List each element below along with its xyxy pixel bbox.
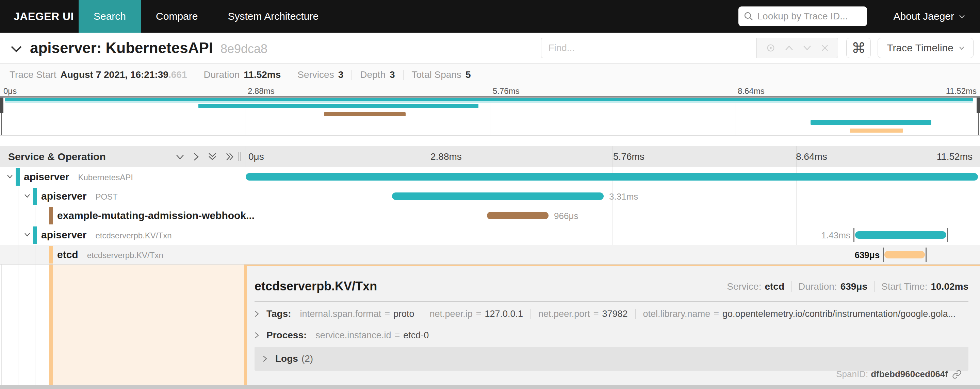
indent-guide bbox=[18, 187, 18, 206]
meta-separator bbox=[874, 281, 875, 292]
span-tint-area[interactable] bbox=[53, 265, 244, 385]
nav-tabs: SearchCompareSystem Architecture bbox=[79, 0, 334, 33]
logs-count: (2) bbox=[301, 353, 313, 364]
nav-tab-compare[interactable]: Compare bbox=[141, 0, 213, 33]
tag-key: service.instance.id bbox=[315, 330, 391, 341]
tag-equals: = bbox=[593, 309, 599, 319]
timeline-tick-label: 11.52ms bbox=[946, 86, 977, 96]
span-duration-bar[interactable] bbox=[246, 173, 978, 181]
collapse-one-icon[interactable] bbox=[176, 154, 185, 160]
chevron-down-icon[interactable] bbox=[7, 175, 13, 178]
meta-value: 639μs bbox=[840, 281, 867, 292]
app-brand[interactable]: JAEGER UI bbox=[14, 10, 74, 23]
tag-value: proto bbox=[393, 309, 414, 319]
span-duration-label: 1.43ms bbox=[821, 230, 850, 241]
trace-title: apiserver: KubernetesAPI bbox=[30, 40, 213, 56]
process-row[interactable]: Process: service.instance.id=etcd-0 bbox=[255, 330, 969, 341]
service-name: apiserverPOST bbox=[41, 191, 118, 202]
span-color-stripe bbox=[16, 168, 20, 186]
indent-guide bbox=[18, 265, 18, 385]
timeline-tick-label: 0μs bbox=[248, 151, 264, 162]
span-detail-meta: Service:etcdDuration:639μsStart Time:10.… bbox=[727, 281, 969, 292]
nav-tab-system-architecture[interactable]: System Architecture bbox=[213, 0, 334, 33]
link-icon[interactable] bbox=[952, 370, 962, 379]
summary-value: 11.52ms bbox=[243, 69, 281, 80]
operation-name: etcdserverpb.KV/Txn bbox=[87, 251, 163, 260]
chevron-right-icon bbox=[263, 355, 267, 362]
indent-guide bbox=[35, 206, 35, 225]
span-detail-card: etcdserverpb.KV/Txn Service:etcdDuration… bbox=[247, 265, 980, 385]
summary-label: Trace Start bbox=[10, 69, 56, 80]
timeline-grid-header: Service & Operation 0μs2.88ms5.76ms8.64m… bbox=[0, 146, 980, 167]
span-row[interactable]: apiserverKubernetesAPI bbox=[0, 167, 980, 187]
trace-minimap[interactable] bbox=[0, 96, 980, 136]
minimap-right-scrub-handle[interactable] bbox=[977, 98, 980, 113]
trace-id-lookup-input[interactable] bbox=[757, 11, 856, 22]
span-row[interactable]: example-mutating-admission-webhook...966… bbox=[0, 206, 980, 225]
minimap-left-scrub-handle[interactable] bbox=[0, 98, 3, 113]
span-color-stripe bbox=[244, 265, 247, 385]
summary-value: 3 bbox=[338, 69, 344, 80]
span-duration-bar[interactable] bbox=[855, 231, 946, 239]
summary-item: Depth3 bbox=[360, 69, 395, 80]
trace-page-header: apiserver: KubernetesAPI 8e9dca8 bbox=[0, 33, 980, 63]
collapse-trace-chevron-icon[interactable] bbox=[10, 43, 22, 53]
tag-key: net.peer.ip bbox=[430, 309, 473, 319]
tags-row[interactable]: Tags: internal.span.format=protonet.peer… bbox=[255, 308, 969, 319]
summary-item: Trace StartAugust 7 2021, 16:21:39.661 bbox=[10, 69, 187, 80]
tag-item: net.peer.ip=127.0.0.1 bbox=[430, 309, 523, 319]
trace-id-lookup[interactable] bbox=[738, 6, 867, 26]
span-duration-bar[interactable] bbox=[487, 212, 549, 219]
span-color-stripe bbox=[49, 207, 53, 224]
expand-all-icon[interactable] bbox=[226, 152, 234, 161]
span-duration-label: 966μs bbox=[554, 211, 578, 221]
tag-separator bbox=[635, 309, 636, 319]
logs-toggle[interactable]: Logs (2) bbox=[255, 347, 969, 371]
timeline-tick-label: 2.88ms bbox=[248, 86, 275, 96]
chevron-right-icon[interactable] bbox=[255, 310, 259, 317]
service-name: apiserveretcdserverpb.KV/Txn bbox=[41, 229, 172, 241]
trace-view-label: Trace Timeline bbox=[887, 42, 953, 54]
service-operation-header: Service & Operation bbox=[8, 151, 106, 162]
tag-key: otel.library.name bbox=[643, 309, 711, 319]
header-gridline bbox=[429, 146, 429, 167]
chevron-down-icon bbox=[959, 46, 964, 50]
summary-label: Depth bbox=[360, 69, 385, 80]
chevron-down-icon bbox=[959, 14, 965, 18]
span-color-stripe bbox=[49, 246, 53, 264]
tag-equals: = bbox=[385, 309, 390, 319]
service-name: etcdetcdserverpb.KV/Txn bbox=[57, 249, 163, 260]
chevron-down-icon[interactable] bbox=[24, 194, 30, 198]
about-jaeger-menu[interactable]: About Jaeger bbox=[894, 11, 965, 22]
column-resize-handle[interactable] bbox=[237, 152, 242, 162]
span-row[interactable]: etcdetcdserverpb.KV/Txn639μs bbox=[0, 245, 980, 264]
operation-name: KubernetesAPI bbox=[78, 173, 133, 182]
expand-one-icon[interactable] bbox=[193, 152, 199, 161]
chevron-right-icon[interactable] bbox=[255, 332, 259, 339]
next-match-icon[interactable] bbox=[803, 45, 811, 51]
summary-value-suffix: .661 bbox=[169, 69, 187, 80]
find-input[interactable] bbox=[541, 38, 756, 58]
clear-find-icon[interactable] bbox=[821, 44, 829, 52]
chevron-down-icon[interactable] bbox=[24, 233, 30, 237]
span-duration-bar[interactable] bbox=[885, 251, 925, 259]
minimap-gridline bbox=[245, 98, 245, 135]
span-row[interactable]: apiserverPOST3.31ms bbox=[0, 187, 980, 206]
summary-value: 5 bbox=[466, 69, 471, 80]
keyboard-shortcuts-button[interactable]: ⌘ bbox=[846, 38, 871, 58]
match-locator-icon[interactable] bbox=[766, 43, 775, 53]
span-duration-bar[interactable] bbox=[392, 192, 604, 200]
span-color-stripe bbox=[33, 227, 37, 244]
span-duration-label: 639μs bbox=[854, 250, 880, 260]
horizontal-scrollbar[interactable] bbox=[0, 385, 980, 389]
tag-equals: = bbox=[395, 330, 400, 341]
tag-item: otel.library.name=go.opentelemetry.io/co… bbox=[643, 309, 956, 319]
minimap-span-bar bbox=[5, 98, 973, 101]
span-row[interactable]: apiserveretcdserverpb.KV/Txn1.43ms bbox=[0, 225, 980, 245]
detail-divider bbox=[255, 301, 969, 302]
collapse-all-icon[interactable] bbox=[208, 152, 217, 161]
logs-label: Logs bbox=[275, 353, 298, 364]
prev-match-icon[interactable] bbox=[785, 45, 794, 51]
trace-view-selector[interactable]: Trace Timeline bbox=[878, 38, 974, 58]
nav-tab-search[interactable]: Search bbox=[79, 0, 141, 33]
